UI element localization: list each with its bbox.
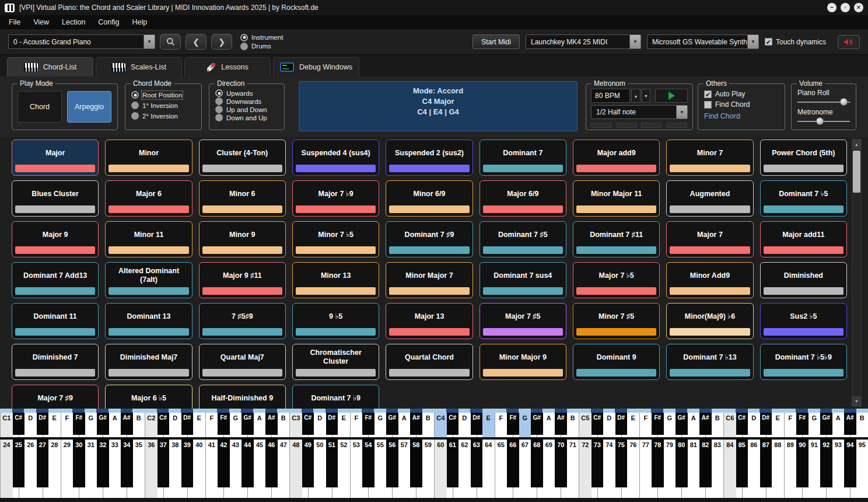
chord-major-add11[interactable]: Major add11 <box>760 221 847 257</box>
minimize-icon[interactable]: – <box>827 3 836 12</box>
chord-dominant-9[interactable]: Dominant 9 <box>573 344 660 380</box>
chord-diminished[interactable]: Diminished <box>760 262 847 298</box>
piano-key-30[interactable]: 30 <box>73 440 85 498</box>
note-key-b-71[interactable]: B <box>567 413 579 437</box>
note-key-f-90[interactable]: F# <box>796 413 808 437</box>
piano-key-79[interactable]: 79 <box>664 440 676 498</box>
note-key-c-49[interactable]: C# <box>302 413 314 437</box>
chord-cluster-4-ton[interactable]: Cluster (4-Ton) <box>199 140 286 176</box>
piano-key-58[interactable]: 58 <box>410 440 422 498</box>
note-key-e-64[interactable]: E <box>482 413 495 437</box>
note-key-b-35[interactable]: B <box>133 413 145 437</box>
chord-major-7[interactable]: Major 7 <box>666 221 753 257</box>
chord-diminished-maj7[interactable]: Diminished Maj7 <box>105 344 192 380</box>
chordmode-2-inversion[interactable]: 2° Inversion <box>131 112 201 120</box>
piano-key-29[interactable]: 29 <box>61 440 74 498</box>
piano-key-54[interactable]: 54 <box>362 440 374 498</box>
note-key-e-40[interactable]: E <box>193 413 205 437</box>
note-key-a-81[interactable]: A <box>688 413 700 437</box>
piano-key-26[interactable]: 26 <box>24 440 37 498</box>
direction-downwards[interactable]: Downwards <box>215 97 284 105</box>
piano-key-46[interactable]: 46 <box>265 440 278 498</box>
scrollbar-track[interactable] <box>852 149 861 396</box>
chevron-down-icon[interactable]: ▼ <box>629 35 640 48</box>
piano-key-78[interactable]: 78 <box>652 440 664 498</box>
piano-key-88[interactable]: 88 <box>772 440 784 498</box>
piano-key-90[interactable]: 90 <box>796 440 808 498</box>
piano-key-57[interactable]: 57 <box>398 440 411 498</box>
note-key-d-74[interactable]: D <box>603 413 615 437</box>
piano-key-95[interactable]: 95 <box>856 440 868 498</box>
note-key-g-31[interactable]: G <box>85 413 97 437</box>
piano-key-50[interactable]: 50 <box>314 440 326 498</box>
note-key-d-86[interactable]: D <box>748 413 760 437</box>
piano-key-92[interactable]: 92 <box>820 440 832 498</box>
piano-key-48[interactable]: 48 <box>289 440 302 498</box>
scrollbar-thumb[interactable] <box>853 151 860 193</box>
note-key-c-85[interactable]: C# <box>736 413 748 437</box>
chordmode-root-position[interactable]: Root Position <box>131 91 201 99</box>
piano-key-67[interactable]: 67 <box>519 440 531 498</box>
piano-key-75[interactable]: 75 <box>615 440 628 498</box>
chord-dominant-7-s5[interactable]: Dominant 7 ♯5 <box>480 221 566 257</box>
chord-9-b5[interactable]: 9 ♭5 <box>292 303 379 339</box>
note-key-g-32[interactable]: G# <box>97 413 109 437</box>
piano-key-42[interactable]: 42 <box>218 440 230 498</box>
piano-key-73[interactable]: 73 <box>592 440 604 498</box>
chord-major-6-9[interactable]: Major 6/9 <box>480 180 566 217</box>
touch-dynamics-checkbox[interactable]: ✔ Touch dynamics <box>765 38 826 46</box>
note-key-e-88[interactable]: E <box>772 413 784 437</box>
note-key-a-33[interactable]: A <box>109 413 121 437</box>
chord-major-6-b5[interactable]: Major 6 ♭5 <box>105 385 192 409</box>
note-value-select[interactable]: 1/2 Half note ▼ <box>591 105 688 119</box>
chordmode-1-inversion[interactable]: 1° Inversion <box>131 102 201 109</box>
source-drums[interactable]: Drums <box>240 43 283 50</box>
tab-chord-list[interactable]: Chord-List <box>7 57 93 76</box>
note-key-f-30[interactable]: F# <box>73 413 85 437</box>
piano-key-87[interactable]: 87 <box>760 440 772 498</box>
slider-thumb[interactable] <box>840 98 848 106</box>
piano-key-81[interactable]: 81 <box>688 440 700 498</box>
note-key-g-79[interactable]: G <box>664 413 676 437</box>
chord-dominant-7-b9[interactable]: Dominant 7 ♭9 <box>292 385 379 409</box>
note-key-b-47[interactable]: B <box>278 413 290 437</box>
piano-key-31[interactable]: 31 <box>85 440 97 498</box>
note-key-a-46[interactable]: A# <box>265 413 278 437</box>
find-chord-link[interactable]: Find Chord <box>704 112 785 120</box>
note-key-f-89[interactable]: F <box>784 413 797 437</box>
note-key-c3-48[interactable]: C3 <box>289 413 302 437</box>
note-key-d-39[interactable]: D# <box>181 413 194 437</box>
note-key-e-52[interactable]: E <box>338 413 350 437</box>
note-key-g-56[interactable]: G# <box>386 413 398 437</box>
piano-key-44[interactable]: 44 <box>242 440 254 498</box>
note-key-f-42[interactable]: F# <box>218 413 230 437</box>
menu-lection[interactable]: Lection <box>55 18 92 26</box>
menu-view[interactable]: View <box>27 18 55 26</box>
chord-dominant-7-b5b9[interactable]: Dominant 7 ♭5♭9 <box>760 344 847 380</box>
bpm-up-button[interactable]: ▲ <box>631 89 640 103</box>
metronome-play-button[interactable] <box>655 89 688 103</box>
instrument-select[interactable]: 0 - Acoustic Grand Piano ▼ <box>8 34 155 49</box>
chord-dominant-13[interactable]: Dominant 13 <box>105 303 192 339</box>
note-key-d-63[interactable]: D# <box>471 413 483 437</box>
chord-major-9[interactable]: Major 9 <box>12 221 99 257</box>
chord-minor-6-9[interactable]: Minor 6/9 <box>386 180 473 217</box>
piano-key-49[interactable]: 49 <box>302 440 314 498</box>
chord-chromatischer-cluster[interactable]: Chromatischer Cluster <box>292 344 379 380</box>
note-key-d-26[interactable]: D <box>24 413 37 437</box>
note-key-c1-24[interactable]: C1 <box>0 413 13 437</box>
piano-key-38[interactable]: 38 <box>169 440 181 498</box>
chord-minor-add9[interactable]: Minor Add9 <box>666 262 753 298</box>
piano-key-33[interactable]: 33 <box>109 440 121 498</box>
chord-power-chord-5th[interactable]: Power Chord (5th) <box>760 140 847 176</box>
note-key-g-67[interactable]: G <box>519 413 531 437</box>
piano-key-82[interactable]: 82 <box>699 440 712 498</box>
chord-altered-dominant-7alt[interactable]: Altered Dominant (7alt) <box>105 262 192 298</box>
menu-file[interactable]: File <box>2 18 27 26</box>
note-key-a-93[interactable]: A <box>832 413 845 437</box>
piano-key-61[interactable]: 61 <box>447 440 459 498</box>
note-key-g-44[interactable]: G# <box>242 413 254 437</box>
chord-major-7-b9[interactable]: Major 7 ♭9 <box>292 180 379 217</box>
chord-minor-7-s5[interactable]: Minor 7 ♯5 <box>573 303 660 339</box>
note-key-f-78[interactable]: F# <box>652 413 664 437</box>
